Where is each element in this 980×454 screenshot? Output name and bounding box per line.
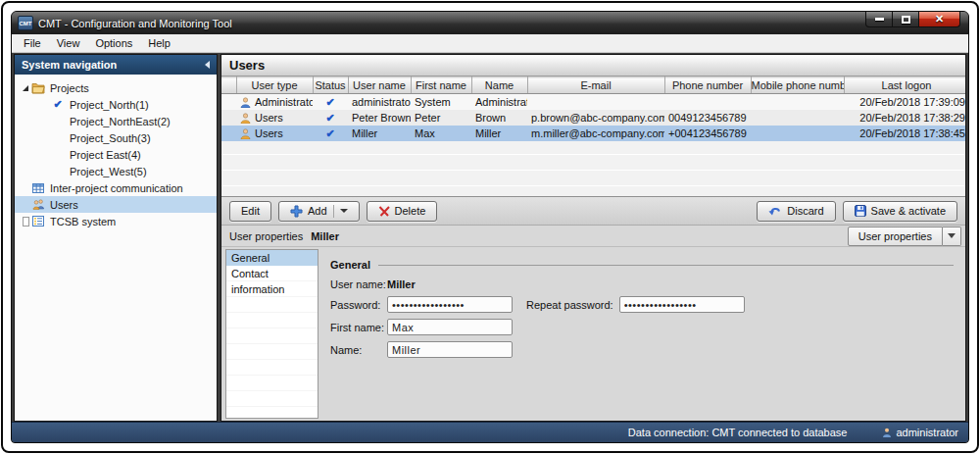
button-divider bbox=[333, 205, 334, 218]
section-item-contact-information[interactable]: Contact information bbox=[226, 266, 318, 281]
table-row[interactable]: Users ✔ Peter Brown Peter Brown p.brown@… bbox=[221, 110, 965, 126]
undo-icon bbox=[768, 205, 782, 217]
tree-item-project-west[interactable]: Project_West(5) bbox=[15, 163, 217, 179]
password-field[interactable] bbox=[387, 296, 513, 313]
tree-item-label: Project_North(1) bbox=[70, 99, 149, 111]
table-row[interactable]: Administrator ✔ administrator System Adm… bbox=[221, 94, 965, 111]
chevron-down-icon bbox=[948, 233, 956, 238]
tree-item-projects[interactable]: Projects bbox=[15, 79, 217, 96]
active-check-icon: ✔ bbox=[53, 99, 62, 110]
mobile-value bbox=[751, 94, 844, 111]
column-selector[interactable] bbox=[221, 77, 236, 94]
user-name-static-value: Miller bbox=[387, 278, 416, 290]
status-check-icon: ✔ bbox=[325, 112, 334, 124]
main-panel: Users User type Status User na bbox=[220, 54, 966, 422]
general-form: General User name: Miller Password: Repe… bbox=[318, 249, 963, 419]
expander-closed-icon[interactable] bbox=[24, 218, 28, 226]
column-name[interactable]: Name bbox=[471, 77, 527, 94]
menu-help[interactable]: Help bbox=[140, 35, 178, 51]
phone-value: +004123456789 bbox=[664, 126, 751, 141]
tree-item-label: TCSB system bbox=[50, 216, 116, 227]
column-first-name[interactable]: First name bbox=[411, 77, 471, 94]
user-name-label: User name: bbox=[330, 278, 387, 290]
phone-value bbox=[664, 94, 751, 111]
maximize-icon bbox=[902, 16, 910, 24]
tree-item-inter-project-communication[interactable]: Inter-project communication bbox=[15, 179, 217, 196]
menu-view[interactable]: View bbox=[49, 35, 88, 51]
column-email[interactable]: E-mail bbox=[527, 77, 664, 94]
tree-item-label: Project_South(3) bbox=[70, 132, 151, 144]
table-row-selected[interactable]: Users ✔ Miller Max Miller m.miller@abc-c… bbox=[221, 126, 965, 141]
column-user-name[interactable]: User name bbox=[348, 77, 411, 94]
tree-item-label: Inter-project communication bbox=[50, 182, 183, 194]
group-title: General bbox=[330, 259, 370, 271]
first-name-label: First name: bbox=[330, 322, 387, 333]
list-icon bbox=[30, 216, 46, 227]
title-bar[interactable]: CMT CMT - Configuration and Monitoring T… bbox=[12, 12, 968, 34]
user-name-value: administrator bbox=[348, 94, 411, 111]
user-type-value: Users bbox=[255, 127, 283, 139]
user-name-value: Peter Brown bbox=[348, 110, 411, 126]
maximize-button[interactable] bbox=[893, 12, 919, 27]
first-name-value: System bbox=[411, 94, 471, 111]
name-field[interactable] bbox=[387, 341, 513, 358]
discard-button[interactable]: Discard bbox=[757, 201, 835, 222]
connection-status: Data connection: CMT connected to databa… bbox=[628, 427, 848, 438]
save-disk-icon bbox=[855, 205, 866, 217]
delete-button[interactable]: Delete bbox=[367, 201, 438, 222]
table-header-row: User type Status User name First name Na… bbox=[221, 77, 965, 94]
content-area: System navigation Projects ✔ Project_Nor… bbox=[12, 53, 968, 422]
minimize-icon bbox=[875, 18, 884, 21]
status-bar: Data connection: CMT connected to databa… bbox=[12, 422, 968, 442]
add-button[interactable]: Add bbox=[278, 201, 360, 222]
users-table-container: User type Status User name First name Na… bbox=[221, 76, 965, 197]
properties-dropdown[interactable]: User properties bbox=[848, 227, 943, 246]
status-check-icon: ✔ bbox=[325, 127, 334, 139]
menu-bar: File View Options Help bbox=[12, 34, 968, 53]
add-button-label: Add bbox=[308, 205, 327, 217]
properties-section-list: General Contact information bbox=[225, 249, 318, 419]
add-dropdown-icon[interactable] bbox=[340, 209, 348, 213]
menu-file[interactable]: File bbox=[16, 35, 49, 51]
tree-item-project-south[interactable]: Project_South(3) bbox=[15, 129, 217, 146]
repeat-password-label: Repeat password: bbox=[526, 299, 613, 311]
column-phone[interactable]: Phone number bbox=[664, 77, 751, 94]
close-button[interactable]: ✕ bbox=[919, 12, 960, 27]
column-last-logon[interactable]: Last logon bbox=[844, 77, 965, 94]
repeat-password-field[interactable] bbox=[619, 296, 745, 313]
menu-options[interactable]: Options bbox=[87, 35, 140, 51]
first-name-field[interactable] bbox=[387, 319, 513, 335]
delete-button-label: Delete bbox=[395, 205, 426, 217]
section-item-general[interactable]: General bbox=[226, 250, 318, 266]
delete-x-icon bbox=[378, 206, 390, 217]
tree-item-label: Project_West(5) bbox=[70, 166, 147, 177]
properties-header-label: User properties bbox=[229, 230, 303, 242]
name-label: Name: bbox=[330, 344, 387, 356]
sidebar-header-label: System navigation bbox=[22, 59, 117, 71]
user-type-value: Users bbox=[255, 112, 283, 124]
save-activate-button[interactable]: Save & activate bbox=[843, 201, 957, 222]
properties-body: General Contact information General User… bbox=[221, 247, 965, 421]
minimize-button[interactable] bbox=[865, 12, 893, 27]
tree-item-tcsb-system[interactable]: TCSB system bbox=[15, 213, 217, 229]
tree-item-project-north[interactable]: ✔ Project_North(1) bbox=[15, 96, 217, 113]
properties-dropdown-chevron-button[interactable] bbox=[943, 227, 961, 246]
window-title: CMT - Configuration and Monitoring Tool bbox=[38, 18, 232, 29]
user-name-value: Miller bbox=[348, 126, 411, 141]
name-value: Administrator bbox=[471, 94, 527, 111]
column-status[interactable]: Status bbox=[313, 77, 348, 94]
screenshot-frame: CMT CMT - Configuration and Monitoring T… bbox=[1, 1, 979, 453]
tree-item-project-northeast[interactable]: Project_NorthEast(2) bbox=[15, 113, 217, 129]
email-value bbox=[527, 94, 664, 111]
column-mobile[interactable]: Mobile phone number bbox=[751, 77, 844, 94]
expander-open-icon[interactable] bbox=[23, 85, 28, 91]
column-user-type[interactable]: User type bbox=[236, 77, 313, 94]
sidebar: System navigation Projects ✔ Project_Nor… bbox=[14, 54, 218, 422]
tree-item-project-east[interactable]: Project East(4) bbox=[15, 146, 217, 163]
page-title: Users bbox=[221, 55, 965, 76]
mobile-value bbox=[751, 126, 844, 141]
collapse-sidebar-icon[interactable] bbox=[205, 61, 210, 69]
tree-item-users[interactable]: Users bbox=[15, 196, 217, 213]
last-logon-value: 20/Feb/2018 17:38:29 bbox=[844, 110, 965, 126]
edit-button[interactable]: Edit bbox=[229, 201, 271, 222]
